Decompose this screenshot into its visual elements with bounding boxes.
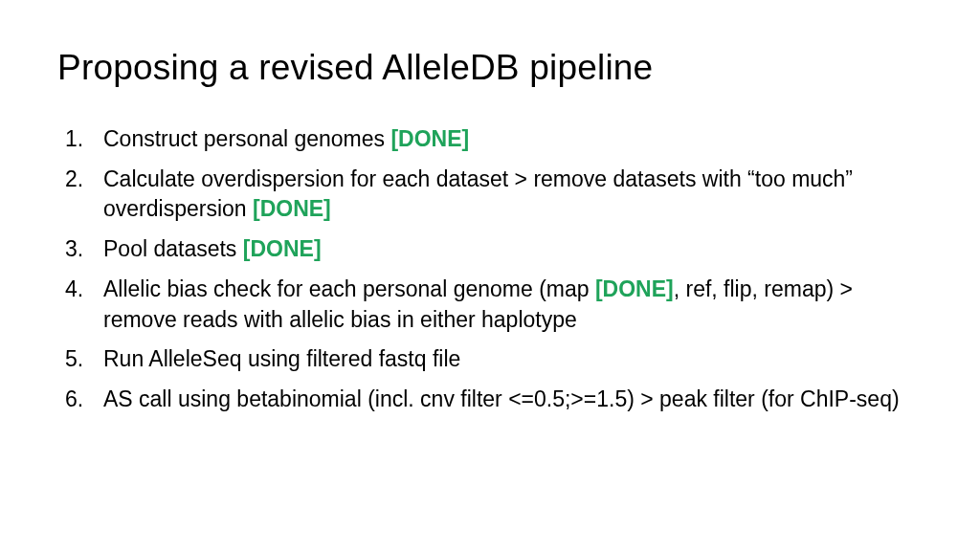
done-tag: [DONE]	[243, 236, 322, 261]
list-item: Construct personal genomes [DONE]	[57, 124, 923, 155]
pipeline-list: Construct personal genomes [DONE] Calcul…	[57, 124, 923, 415]
item-text: AS call using betabinomial (incl. cnv fi…	[103, 386, 900, 411]
list-item: AS call using betabinomial (incl. cnv fi…	[57, 385, 923, 415]
done-tag: [DONE]	[595, 276, 674, 301]
list-item: Run AlleleSeq using filtered fastq file	[57, 344, 923, 375]
done-tag: [DONE]	[390, 126, 469, 151]
item-text-pre: Allelic bias check for each personal gen…	[103, 276, 595, 301]
slide-title: Proposing a revised AlleleDB pipeline	[57, 48, 923, 88]
item-text: Calculate overdispersion for each datase…	[103, 166, 853, 222]
list-item: Pool datasets [DONE]	[57, 234, 923, 265]
done-tag: [DONE]	[253, 196, 331, 221]
item-text: Construct personal genomes	[103, 126, 390, 151]
item-text: Pool datasets	[103, 236, 243, 261]
item-text: Run AlleleSeq using filtered fastq file	[103, 346, 460, 371]
list-item: Allelic bias check for each personal gen…	[57, 275, 923, 335]
list-item: Calculate overdispersion for each datase…	[57, 165, 923, 225]
